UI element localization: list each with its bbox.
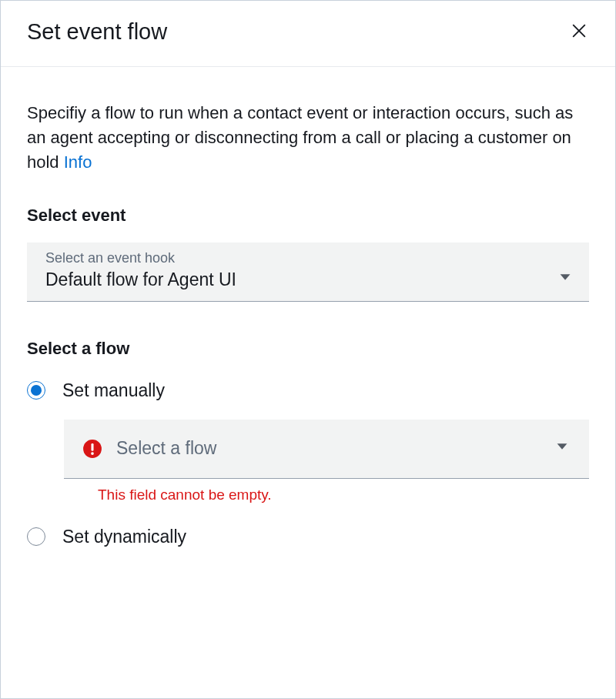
radio-option-dynamic[interactable]: Set dynamically [27, 527, 589, 547]
radio-icon [27, 381, 45, 400]
panel-header: Set event flow [1, 1, 615, 67]
flow-select-placeholder: Select a flow [116, 438, 216, 459]
radio-label-dynamic: Set dynamically [62, 527, 186, 547]
event-hook-value: Default flow for Agent UI [45, 269, 236, 290]
radio-label-manual: Set manually [62, 380, 165, 401]
event-hook-select[interactable]: Select an event hook Default flow for Ag… [27, 242, 589, 302]
panel-body: Specifiy a flow to run when a contact ev… [1, 67, 615, 566]
event-hook-hint: Select an event hook [45, 250, 236, 266]
info-link[interactable]: Info [64, 152, 92, 172]
svg-rect-3 [91, 443, 93, 451]
set-event-flow-panel: Set event flow Specifiy a flow to run wh… [0, 0, 616, 699]
event-hook-select-inner: Select an event hook Default flow for Ag… [45, 250, 236, 290]
flow-select[interactable]: Select a flow [64, 420, 589, 479]
svg-point-4 [91, 452, 94, 455]
description-text: Specifiy a flow to run when a contact ev… [27, 101, 589, 175]
close-icon [571, 22, 588, 42]
error-icon [82, 439, 102, 459]
chevron-down-icon [554, 438, 571, 460]
chevron-down-icon [557, 269, 574, 290]
close-button[interactable] [566, 18, 592, 46]
description-body: Specifiy a flow to run when a contact ev… [27, 103, 573, 172]
manual-flow-container: Select a flow This field cannot be empty… [64, 420, 589, 503]
flow-mode-radio-group: Set manually Select a flow [27, 380, 589, 547]
radio-option-manual[interactable]: Set manually [27, 380, 589, 401]
select-event-label: Select event [27, 206, 589, 226]
flow-select-error: This field cannot be empty. [98, 487, 589, 503]
radio-icon [27, 527, 45, 546]
select-flow-label: Select a flow [27, 339, 589, 359]
panel-title: Set event flow [27, 19, 167, 45]
flow-select-left: Select a flow [82, 438, 216, 459]
